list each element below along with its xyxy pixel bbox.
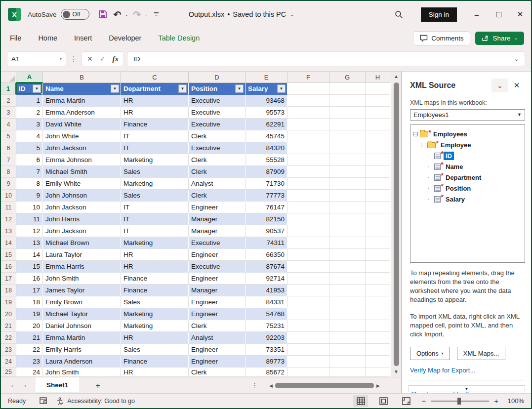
- cell[interactable]: Engineer: [189, 202, 246, 213]
- filter-dropdown-button[interactable]: ▼: [277, 84, 286, 93]
- zoom-out-button[interactable]: −: [421, 397, 426, 405]
- cell[interactable]: HR: [121, 95, 189, 107]
- cell[interactable]: [366, 249, 390, 261]
- cell[interactable]: [366, 332, 390, 344]
- page-layout-view-button[interactable]: [376, 395, 391, 407]
- cell[interactable]: Marketing: [121, 154, 189, 166]
- minimize-button[interactable]: –: [466, 1, 488, 28]
- document-title[interactable]: Output.xlsx • Saved to this PC ⌄: [189, 10, 294, 18]
- autosave-control[interactable]: AutoSave Off: [28, 9, 89, 20]
- cell[interactable]: HR: [121, 368, 189, 377]
- filter-dropdown-button[interactable]: ▼: [111, 84, 119, 93]
- cell[interactable]: Emma Martin: [43, 332, 121, 344]
- cell[interactable]: [366, 285, 390, 296]
- tree-label-employees[interactable]: Employees: [431, 130, 469, 138]
- cell[interactable]: 12: [16, 225, 43, 237]
- save-button[interactable]: [96, 8, 109, 21]
- row-header-2[interactable]: 2: [1, 95, 16, 107]
- tree-label-position[interactable]: Position: [444, 184, 473, 193]
- cell[interactable]: Finance: [121, 285, 189, 296]
- row-header-17[interactable]: 17: [1, 273, 16, 285]
- cell[interactable]: 8: [16, 178, 43, 190]
- cell[interactable]: Sales: [121, 344, 189, 356]
- cell[interactable]: [287, 237, 329, 249]
- cell[interactable]: HR: [121, 261, 189, 273]
- cell[interactable]: [366, 154, 390, 166]
- insert-function-button[interactable]: fx: [112, 55, 119, 63]
- cell[interactable]: [366, 261, 390, 273]
- search-button[interactable]: [389, 10, 409, 19]
- cell[interactable]: 9: [16, 190, 43, 202]
- dropdown-arrow-icon[interactable]: ▼: [517, 112, 522, 117]
- column-header-e[interactable]: E: [246, 72, 287, 83]
- cell[interactable]: 89773: [246, 356, 287, 368]
- ribbon-tab-home[interactable]: Home: [38, 34, 57, 42]
- cell[interactable]: [329, 344, 366, 356]
- cell[interactable]: 11: [16, 213, 43, 225]
- cell[interactable]: 15: [16, 261, 43, 273]
- confirm-entry-icon[interactable]: ✓: [100, 55, 106, 63]
- cell[interactable]: Engineer: [189, 249, 246, 261]
- cell[interactable]: 71730: [246, 178, 287, 190]
- cell[interactable]: [329, 142, 366, 154]
- column-header-d[interactable]: D: [189, 72, 246, 83]
- cell[interactable]: Laura Anderson: [43, 356, 121, 368]
- zoom-slider[interactable]: [431, 401, 489, 402]
- row-header-23[interactable]: 23: [1, 344, 16, 356]
- row-header-16[interactable]: 16: [1, 261, 16, 273]
- row-header-6[interactable]: 6: [1, 142, 16, 154]
- cell[interactable]: [366, 178, 390, 190]
- cell[interactable]: [329, 154, 366, 166]
- cell[interactable]: [329, 261, 366, 273]
- cell[interactable]: [329, 190, 366, 202]
- cell[interactable]: [287, 178, 329, 190]
- name-box[interactable]: A1 ▾: [7, 51, 66, 66]
- cell[interactable]: 84320: [246, 142, 287, 154]
- cell[interactable]: HR: [121, 249, 189, 261]
- tree-collapse-icon[interactable]: [413, 132, 418, 136]
- zoom-slider-thumb[interactable]: [457, 398, 461, 405]
- cell[interactable]: [287, 249, 329, 261]
- cell[interactable]: [329, 130, 366, 142]
- cell[interactable]: [287, 154, 329, 166]
- row-header-14[interactable]: 14: [1, 237, 16, 249]
- cell[interactable]: Emma Martin: [43, 95, 121, 107]
- cell[interactable]: [287, 83, 329, 95]
- cell[interactable]: [366, 213, 390, 225]
- cell[interactable]: 23: [16, 356, 43, 368]
- cell[interactable]: [287, 119, 329, 130]
- cell[interactable]: [366, 308, 390, 320]
- cell[interactable]: Engineer: [189, 356, 246, 368]
- filter-dropdown-button[interactable]: ▼: [33, 84, 41, 93]
- cell[interactable]: [366, 225, 390, 237]
- cell[interactable]: [366, 83, 390, 95]
- cell[interactable]: 5: [16, 142, 43, 154]
- cell[interactable]: 74311: [246, 237, 287, 249]
- cell[interactable]: Marketing: [121, 308, 189, 320]
- cell[interactable]: Emily Brown: [43, 296, 121, 308]
- page-break-preview-button[interactable]: [399, 395, 413, 407]
- cell[interactable]: 2: [16, 107, 43, 119]
- cell[interactable]: [287, 225, 329, 237]
- cell[interactable]: 55528: [246, 154, 287, 166]
- cell[interactable]: Finance: [121, 273, 189, 285]
- undo-button[interactable]: ↶: [111, 8, 124, 21]
- ribbon-tab-table-design[interactable]: Table Design: [158, 34, 200, 42]
- tree-label-employee[interactable]: Employee: [439, 141, 473, 149]
- cell[interactable]: [329, 320, 366, 332]
- cell[interactable]: 62291: [246, 119, 287, 130]
- cell[interactable]: Emma Anderson: [43, 107, 121, 119]
- cell[interactable]: HR: [121, 107, 189, 119]
- scroll-up-icon[interactable]: ▲: [394, 74, 399, 80]
- cell[interactable]: [287, 107, 329, 119]
- cell[interactable]: [287, 344, 329, 356]
- column-header-h[interactable]: H: [366, 72, 390, 83]
- cell[interactable]: [366, 296, 390, 308]
- autosave-toggle[interactable]: Off: [61, 9, 89, 20]
- select-all-button[interactable]: [1, 72, 16, 83]
- horizontal-scroll-thumb[interactable]: [275, 383, 374, 388]
- xml-tree-node-employees[interactable]: *Employees: [413, 129, 522, 140]
- cell[interactable]: [329, 119, 366, 130]
- verify-map-link[interactable]: Verify Map for Export...: [410, 367, 525, 374]
- cell[interactable]: [287, 261, 329, 273]
